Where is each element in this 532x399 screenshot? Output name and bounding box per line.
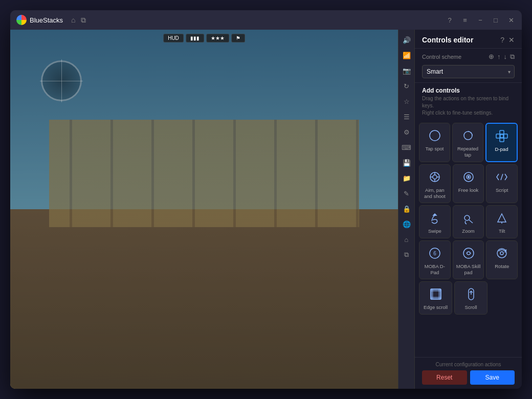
moba-d-pad-icon: 6 (427, 245, 443, 261)
sidebar-key-icon[interactable]: ⌨ (400, 140, 414, 154)
moba-d-pad-label: MOBA D-Pad (422, 263, 448, 276)
hud-item: ★★★ (206, 34, 229, 42)
maximize-icon[interactable]: □ (491, 15, 500, 25)
app-brand: BlueStacks (30, 16, 63, 24)
swipe-icon (427, 210, 443, 226)
panel-bottom: Current configuration actions Reset Save (415, 357, 522, 389)
scheme-label: Control scheme (422, 54, 461, 60)
app-window: BlueStacks ⌂ ⧉ ? ≡ − □ ✕ HUD ▮▮▮ (10, 10, 522, 389)
empty-slot (490, 281, 518, 314)
control-rotate[interactable]: Rotate (486, 240, 518, 280)
rotate-icon (494, 245, 510, 261)
svg-marker-19 (498, 214, 506, 222)
hud-item: ▮▮▮ (186, 34, 204, 42)
sidebar-settings-icon[interactable]: ⚙ (400, 125, 414, 139)
bottom-buttons: Reset Save (422, 370, 515, 385)
scheme-action-icons: ⊕ ↑ ↓ ⧉ (489, 53, 515, 61)
sidebar-lock-icon[interactable]: 🔒 (400, 202, 414, 216)
aim-pan-shoot-icon (427, 169, 443, 185)
title-bar: BlueStacks ⌂ ⧉ ? ≡ − □ ✕ (10, 10, 522, 30)
control-free-look[interactable]: Free look (453, 164, 484, 204)
scheme-select-wrapper: Smart Default Custom ▾ (422, 65, 515, 78)
reset-button[interactable]: Reset (422, 370, 467, 385)
scroll-label: Scroll (465, 304, 477, 311)
svg-point-25 (500, 252, 503, 255)
add-controls-desc: Drag the actions on the screen to bind k… (422, 95, 515, 117)
sidebar-home2-icon[interactable]: ⌂ (400, 232, 414, 247)
free-look-label: Free look (458, 187, 479, 193)
add-controls-section: Add controls Drag the actions on the scr… (415, 83, 522, 123)
control-moba-d-pad[interactable]: 6 MOBA D-Pad (419, 240, 451, 280)
moba-skill-pad-label: MOBA Skill pad (455, 263, 482, 276)
control-script[interactable]: Script (486, 164, 518, 204)
zoom-label: Zoom (462, 228, 474, 234)
close-icon[interactable]: ✕ (506, 15, 516, 25)
menu-icon[interactable]: ≡ (460, 15, 470, 25)
control-repeated-tap[interactable]: Repeated tap (452, 123, 483, 162)
sidebar-folder-icon[interactable]: 📁 (400, 171, 414, 185)
scroll-icon (463, 286, 479, 302)
game-background: HUD ▮▮▮ ★★★ ⚑ (10, 30, 398, 389)
zoom-icon (460, 210, 477, 226)
control-scroll[interactable]: Scroll (454, 281, 487, 314)
d-pad-label: D-pad (495, 146, 508, 152)
panel-close-icon[interactable]: ✕ (508, 36, 515, 44)
control-tap-spot[interactable]: Tap spot (419, 123, 450, 162)
home-icon[interactable]: ⌂ (71, 16, 75, 24)
control-tilt[interactable]: Tilt (486, 205, 518, 238)
app-logo: BlueStacks (16, 15, 63, 25)
control-aim-pan-shoot[interactable]: Aim, panand shoot (419, 164, 451, 204)
tilt-label: Tilt (499, 228, 505, 234)
aim-pan-shoot-label: Aim, panand shoot (424, 187, 446, 200)
sidebar-sound-icon[interactable]: 🔊 (400, 33, 414, 47)
scheme-copy-icon[interactable]: ⧉ (510, 53, 515, 61)
sidebar-star-icon[interactable]: ☆ (400, 94, 414, 108)
rotate-label: Rotate (495, 263, 509, 270)
svg-line-18 (469, 220, 473, 223)
add-controls-title: Add controls (422, 87, 515, 94)
panel-help-icon[interactable]: ? (500, 36, 504, 44)
control-edge-scroll[interactable]: Edge scroll (419, 281, 452, 314)
edge-scroll-label: Edge scroll (424, 304, 448, 311)
script-label: Script (496, 187, 508, 193)
main-content: HUD ▮▮▮ ★★★ ⚑ 🔊 📶 📷 ↻ ☆ ☰ ⚙ ⌨ 💾 📁 ✎ 🔒 🌐 … (10, 30, 522, 389)
sidebar-list-icon[interactable]: ☰ (400, 109, 414, 124)
controls-row-2: Aim, panand shoot Free look (419, 164, 518, 204)
logo-icon (16, 15, 27, 25)
sidebar-save-icon[interactable]: 💾 (400, 156, 414, 170)
sidebar-camera-icon[interactable]: 📷 (400, 63, 414, 78)
svg-point-15 (468, 176, 469, 178)
right-sidebar: 🔊 📶 📷 ↻ ☆ ☰ ⚙ ⌨ 💾 📁 ✎ 🔒 🌐 ⌂ ⧉ (398, 30, 414, 389)
minimize-icon[interactable]: − (476, 15, 485, 25)
repeated-tap-icon (460, 127, 476, 144)
control-swipe[interactable]: Swipe (419, 205, 451, 238)
panel-title: Controls editor (422, 36, 473, 44)
sidebar-signal-icon[interactable]: 📶 (400, 48, 414, 62)
controls-row-3: Swipe Zoom (419, 205, 518, 238)
title-bar-nav-icons: ⌂ ⧉ (71, 16, 85, 25)
controls-grid: Tap spot Repeated tap (415, 123, 522, 357)
controls-row-5: Edge scroll Scroll (419, 281, 518, 314)
control-moba-skill-pad[interactable]: MOBA Skill pad (453, 240, 484, 280)
sidebar-refresh-icon[interactable]: ↻ (400, 79, 414, 93)
scheme-import-icon[interactable]: ↓ (504, 53, 507, 61)
copy-icon[interactable]: ⧉ (81, 16, 86, 25)
sidebar-globe-icon[interactable]: 🌐 (400, 217, 414, 231)
moba-skill-pad-icon (460, 245, 477, 261)
scheme-select[interactable]: Smart Default Custom (422, 65, 515, 78)
scheme-new-icon[interactable]: ⊕ (489, 53, 494, 61)
svg-point-0 (430, 130, 440, 141)
svg-point-17 (464, 215, 470, 220)
sidebar-copy2-icon[interactable]: ⧉ (400, 248, 414, 262)
save-button[interactable]: Save (470, 370, 515, 385)
game-scope (41, 60, 82, 101)
repeated-tap-label: Repeated tap (455, 146, 481, 159)
help-icon[interactable]: ? (445, 15, 454, 25)
control-zoom[interactable]: Zoom (453, 205, 484, 238)
sidebar-edit-icon[interactable]: ✎ (400, 186, 414, 201)
tilt-icon (494, 210, 510, 226)
control-d-pad[interactable]: D-pad (485, 123, 518, 162)
svg-point-8 (433, 175, 437, 179)
scheme-export-icon[interactable]: ↑ (497, 53, 501, 61)
tap-spot-label: Tap spot (426, 146, 444, 152)
